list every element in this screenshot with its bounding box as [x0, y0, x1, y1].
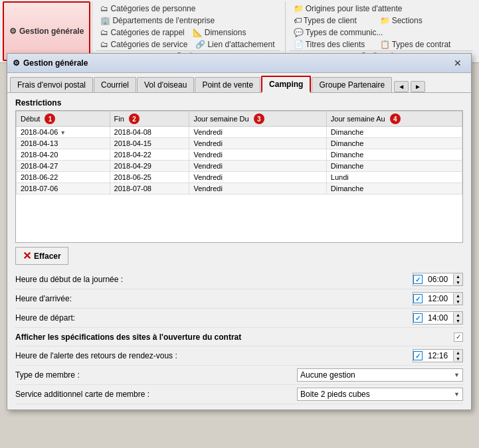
tab-prev-button[interactable]: ◄ [394, 81, 409, 92]
heure-arrivee-down[interactable]: ▼ [454, 299, 462, 305]
contract-icon: 📋 [380, 40, 390, 49]
heure-debut-value[interactable]: 06:00 [424, 274, 454, 285]
heure-arrivee-control: 12:00 ▲ ▼ [413, 292, 463, 305]
cell-au: Lundi [326, 172, 462, 183]
window-titlebar: ⚙ Gestion générale ✕ [7, 54, 471, 73]
ribbon-departements[interactable]: 🏢 Départements de l'entreprise [96, 15, 219, 27]
type-membre-value: Aucune gestion [300, 370, 355, 380]
heure-depart-value[interactable]: 14:00 [424, 313, 454, 323]
col-num-2: 2 [129, 113, 140, 124]
ribbon-dimensions[interactable]: 📐 Dimensions [189, 27, 275, 38]
cell-au: Dimanche [326, 127, 462, 138]
close-button[interactable]: ✕ [450, 56, 466, 70]
heure-debut-down[interactable]: ▼ [454, 279, 462, 285]
tab-camping[interactable]: Camping [261, 76, 311, 93]
ribbon-types-contrat[interactable]: 📋 Types de contrat [376, 38, 462, 50]
afficher-control [454, 333, 463, 342]
link-icon: 🔗 [195, 40, 205, 49]
gear-icon: ⚙ [9, 27, 17, 36]
cell-du: Vendredi [189, 149, 326, 161]
table-row[interactable]: 2018-06-22 2018-06-25 Vendredi Lundi [17, 172, 462, 183]
doc-icon: 📄 [294, 40, 304, 49]
heure-debut-up[interactable]: ▲ [454, 273, 462, 279]
ribbon-types-client[interactable]: 🏷 Types de client [290, 15, 376, 27]
heure-depart-input[interactable]: 14:00 ▲ ▼ [413, 311, 463, 325]
col-num-3: 3 [254, 113, 264, 124]
main-window: ⚙ Gestion générale ✕ Frais d'envoi posta… [7, 53, 472, 410]
window-icon: ⚙ [13, 58, 20, 68]
heure-depart-up[interactable]: ▲ [454, 312, 462, 318]
ribbon-lien-attachement[interactable]: 🔗 Lien d'attachement [191, 38, 278, 50]
service-carte-select[interactable]: Boite 2 pieds cubes ▼ [297, 388, 463, 401]
heure-arrivee-input[interactable]: 12:00 ▲ ▼ [413, 292, 463, 305]
cell-au: Dimanche [326, 138, 462, 149]
ribbon-categories-rappel[interactable]: 🗂 Catégories de rappel [96, 27, 188, 38]
col-fin[interactable]: Fin 2 [110, 112, 189, 127]
ribbon-titres-clients[interactable]: 📄 Titres des clients [290, 38, 376, 50]
service-carte-label: Service additionnel carte de membre : [15, 390, 297, 399]
heure-arrivee-up[interactable]: ▲ [454, 293, 462, 299]
heure-alerte-value[interactable]: 12:16 [424, 350, 454, 361]
heure-depart-down[interactable]: ▼ [454, 318, 462, 324]
heure-alerte-checkbox[interactable] [413, 351, 423, 360]
table-row[interactable]: 2018-04-27 2018-04-29 Vendredi Dimanche [17, 161, 462, 172]
heure-arrivee-label: Heure d'arrivée: [15, 294, 413, 303]
service-carte-control: Boite 2 pieds cubes ▼ [297, 388, 463, 401]
cell-au: Dimanche [326, 149, 462, 161]
table-row[interactable]: 2018-07-06 2018-07-08 Vendredi Dimanche [17, 183, 462, 194]
window-title-area: ⚙ Gestion générale [13, 58, 88, 68]
cell-fin: 2018-04-29 [110, 161, 189, 172]
heure-alerte-input[interactable]: 12:16 ▲ ▼ [413, 349, 463, 362]
tab-groupe-partenaire[interactable]: Groupe Partenaire [312, 77, 392, 92]
ribbon-categories-personne[interactable]: 🗂 Catégories de personne [96, 3, 199, 15]
effacer-button[interactable]: ✕ Effacer [15, 247, 68, 265]
heure-arrivee-row: Heure d'arrivée: 12:00 ▲ ▼ [15, 289, 463, 309]
ribbon-sections[interactable]: 📁 Sections [376, 15, 462, 27]
tab-frais-envoi[interactable]: Frais d'envoi postal [10, 77, 93, 92]
type-membre-label: Type de membre : [15, 370, 297, 380]
heure-debut-label: Heure du début de la journée : [15, 275, 413, 284]
table-row[interactable]: 2018-04-20 2018-04-22 Vendredi Dimanche [17, 149, 462, 161]
col-debut[interactable]: Début 1 [17, 112, 110, 127]
cell-debut: 2018-06-22 [17, 172, 110, 183]
tabs-bar: Frais d'envoi postal Courriel Vol d'oise… [7, 73, 471, 93]
cell-fin: 2018-04-22 [110, 149, 189, 161]
type-membre-select[interactable]: Aucune gestion ▼ [297, 368, 463, 382]
heure-depart-spinner: ▲ ▼ [454, 312, 462, 324]
table-row[interactable]: 2018-04-13 2018-04-15 Vendredi Dimanche [17, 138, 462, 149]
building-icon: 🏢 [100, 16, 110, 25]
heure-debut-spinner: ▲ ▼ [454, 273, 462, 285]
cell-du: Vendredi [189, 138, 326, 149]
heure-arrivee-value[interactable]: 12:00 [424, 293, 454, 304]
heure-alerte-up[interactable]: ▲ [454, 350, 462, 356]
heure-depart-checkbox[interactable] [413, 313, 423, 323]
tab-point-vente[interactable]: Point de vente [195, 77, 260, 92]
tab-next-button[interactable]: ► [411, 81, 425, 92]
ribbon-origines[interactable]: 📁 Origines pour liste d'attente [290, 3, 407, 15]
folder4-icon: 📁 [294, 4, 304, 13]
restrictions-table-container[interactable]: Début 1 Fin 2 Jour semaine Du 3 Jour sem… [15, 110, 463, 243]
ribbon-categories-service[interactable]: 🗂 Catégories de service [96, 38, 191, 50]
tab-courriel[interactable]: Courriel [94, 77, 136, 92]
cell-fin: 2018-04-15 [110, 138, 189, 149]
heure-debut-input[interactable]: 06:00 ▲ ▼ [413, 273, 463, 286]
type-membre-row: Type de membre : Aucune gestion ▼ [15, 366, 463, 385]
tab-vol-oiseau[interactable]: Vol d'oiseau [137, 77, 194, 92]
col-jour-du[interactable]: Jour semaine Du 3 [189, 112, 326, 127]
heure-alerte-label: Heure de l'alerte des retours de rendez-… [15, 351, 413, 360]
cell-du: Vendredi [189, 161, 326, 172]
gestion-generale-button[interactable]: ⚙ Gestion générale [3, 1, 90, 61]
ribbon-types-communication[interactable]: 💬 Types de communic... [290, 27, 387, 38]
heure-alerte-down[interactable]: ▼ [454, 356, 462, 362]
heure-arrivee-checkbox[interactable] [413, 294, 423, 303]
heure-depart-label: Heure de départ: [15, 313, 413, 323]
cell-fin: 2018-07-08 [110, 183, 189, 194]
col-jour-au[interactable]: Jour semaine Au 4 [326, 112, 462, 127]
ribbon-gestion-items: 🗂 Catégories de personne 🏢 Départements … [96, 3, 279, 50]
afficher-checkbox[interactable] [454, 333, 463, 342]
service-carte-value: Boite 2 pieds cubes [300, 390, 370, 399]
heure-debut-row: Heure du début de la journée : 06:00 ▲ ▼ [15, 270, 463, 289]
table-row[interactable]: 2018-04-06 ▼ 2018-04-08 Vendredi Dimanch… [17, 127, 462, 138]
heure-debut-checkbox[interactable] [413, 275, 423, 284]
ribbon-main-label: Gestion générale [19, 27, 84, 36]
